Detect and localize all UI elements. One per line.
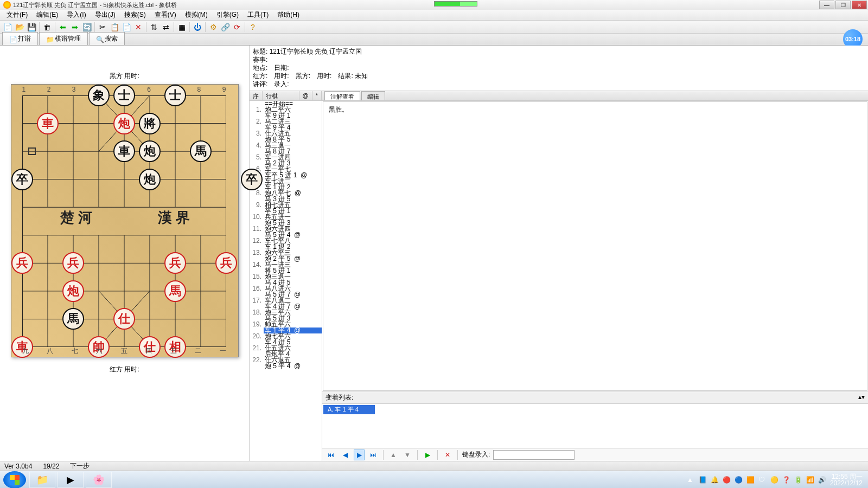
paste-icon[interactable]: 📄 (121, 22, 132, 33)
piece[interactable]: 將 (139, 113, 161, 134)
board-icon[interactable]: ▦ (176, 22, 187, 33)
swap-h-icon[interactable]: ⇄ (161, 22, 171, 33)
forward-icon[interactable]: ➡ (69, 22, 80, 33)
tray-icon[interactable]: ▲ (687, 476, 694, 484)
piece[interactable]: 卒 (241, 169, 263, 190)
piece[interactable]: 馬 (164, 280, 186, 302)
tray-icon[interactable]: 📶 (806, 476, 814, 484)
col-at[interactable]: @ (299, 91, 312, 100)
menu-item[interactable]: 导入(I) (62, 9, 90, 21)
tray-volume-icon[interactable]: 🔊 (818, 476, 826, 484)
move-marker (28, 147, 36, 155)
maximize-button[interactable]: ❐ (835, 1, 851, 9)
tab-2[interactable]: 🔍搜索 (89, 32, 125, 45)
tray-icon[interactable]: 🔋 (794, 476, 802, 484)
tray-icon[interactable]: 🟧 (746, 476, 754, 484)
cut-icon[interactable]: ✂ (97, 22, 108, 33)
piece[interactable]: 兵 (11, 252, 33, 274)
tray-icon[interactable]: 🟡 (770, 476, 778, 484)
piece[interactable]: 象 (88, 85, 110, 106)
piece[interactable]: 兵 (164, 252, 186, 274)
minimize-button[interactable]: — (819, 1, 834, 9)
save-icon[interactable]: 💾 (26, 22, 37, 33)
moves-list[interactable]: ==开始==1.炮二平六车 9 进 12.马二进三车 9 平 43.仕六进五炮 … (250, 101, 322, 461)
board-panel: 黑方 用时: 123456789 楚 河 漢 界 象士士車炮將車炮馬卒炮卒兵兵兵… (0, 46, 250, 461)
piece[interactable]: 兵 (215, 252, 237, 274)
play-button[interactable]: ▶ (422, 450, 433, 460)
variation-list[interactable]: A. 车 1 平 4 (322, 404, 868, 448)
down-icon[interactable]: ▼ (402, 450, 413, 460)
menu-item[interactable]: 编辑(E) (32, 9, 62, 21)
col-move[interactable]: 行棋 (263, 91, 299, 100)
comment-area[interactable]: 黑胜。 (323, 101, 867, 391)
menu-item[interactable]: 模拟(M) (181, 9, 212, 21)
red-timer: 红方 用时: (110, 357, 139, 382)
col-seq[interactable]: 序 (250, 91, 263, 100)
open-icon[interactable]: 📂 (14, 22, 25, 33)
tray-icon[interactable]: 🛡 (758, 476, 766, 484)
piece[interactable]: 炮 (139, 169, 161, 190)
prev-button[interactable]: ◀ (340, 450, 350, 460)
start-button[interactable] (3, 471, 26, 489)
close-button[interactable]: ✕ (852, 1, 867, 9)
link-icon[interactable]: 🔗 (220, 22, 231, 33)
menu-item[interactable]: 文件(F) (2, 9, 32, 21)
tab-1[interactable]: 📁棋谱管理 (39, 32, 88, 45)
up-icon[interactable]: ▲ (388, 450, 399, 460)
tray-icon[interactable]: ❓ (782, 476, 790, 484)
piece[interactable]: 士 (164, 85, 186, 106)
refresh-icon[interactable]: 🔄 (81, 22, 92, 33)
piece[interactable]: 炮 (113, 113, 135, 134)
tray-icon[interactable]: 🔵 (735, 476, 742, 484)
piece[interactable]: 仕 (113, 308, 135, 330)
tray-clock[interactable]: 12:55 周一 2022/12/12 (830, 473, 863, 486)
chess-board[interactable]: 123456789 楚 河 漢 界 象士士車炮將車炮馬卒炮卒兵兵兵兵炮馬馬仕車帥… (11, 84, 239, 357)
delete-move-button[interactable]: ✕ (442, 450, 453, 460)
delete-icon[interactable]: 🗑 (42, 22, 53, 33)
piece[interactable]: 馬 (190, 140, 212, 162)
swap-v-icon[interactable]: ⇅ (149, 22, 159, 33)
tab-edit-comment[interactable]: 编辑 (361, 91, 385, 100)
help-icon[interactable]: ? (247, 22, 258, 33)
cancel-icon[interactable]: ✕ (133, 22, 144, 33)
piece[interactable]: 兵 (62, 252, 84, 274)
menu-item[interactable]: 查看(V) (150, 9, 181, 21)
piece[interactable]: 卒 (11, 169, 33, 190)
sync-icon[interactable]: ⟳ (232, 22, 242, 33)
piece[interactable]: 炮 (62, 280, 84, 302)
tray-icon[interactable]: 🔴 (723, 476, 730, 484)
back-icon[interactable]: ⬅ (58, 22, 68, 33)
col-star[interactable]: * (312, 91, 322, 100)
piece[interactable]: 馬 (62, 308, 84, 330)
task-playstore[interactable]: ▶ (58, 472, 84, 488)
new-icon[interactable]: 📄 (2, 22, 13, 33)
copy-icon[interactable]: 📋 (109, 22, 120, 33)
statusbar: Ver 3.0b4 19/22 下一步 (0, 461, 868, 471)
tray-icon[interactable]: 🔔 (711, 476, 718, 484)
move-row[interactable]: 炮 5 平 4 @ (250, 363, 322, 369)
next-button[interactable]: ▶ (354, 450, 365, 460)
piece[interactable]: 士 (113, 85, 135, 106)
power-icon[interactable]: ⏻ (192, 22, 203, 33)
menu-item[interactable]: 导出(J) (91, 9, 120, 21)
sim-icon[interactable]: ⚙ (208, 22, 219, 33)
variation-item[interactable]: A. 车 1 平 4 (323, 405, 375, 414)
piece[interactable]: 車 (113, 140, 135, 162)
piece[interactable]: 車 (37, 113, 59, 134)
system-tray: ▲ 📘 🔔 🔴 🔵 🟧 🛡 🟡 ❓ 🔋 📶 🔊 12:55 周一 2022/12… (687, 473, 868, 486)
menu-item[interactable]: 引擎(G) (212, 9, 243, 21)
last-button[interactable]: ⏭ (368, 450, 379, 460)
menu-item[interactable]: 搜索(S) (120, 9, 150, 21)
task-explorer[interactable]: 📁 (29, 472, 55, 488)
variation-down-icon[interactable]: ▾ (861, 393, 865, 402)
position: 19/22 (43, 463, 59, 470)
piece[interactable]: 炮 (139, 140, 161, 162)
tray-icon[interactable]: 📘 (699, 476, 706, 484)
task-flower[interactable]: 🌸 (86, 472, 112, 488)
menu-item[interactable]: 工具(T) (243, 9, 273, 21)
menu-item[interactable]: 帮助(H) (273, 9, 304, 21)
first-button[interactable]: ⏮ (326, 450, 336, 460)
keyboard-input[interactable] (493, 450, 575, 460)
tab-view-comment[interactable]: 注解查看 (324, 91, 360, 100)
tab-0[interactable]: 📄打谱 (2, 32, 38, 45)
